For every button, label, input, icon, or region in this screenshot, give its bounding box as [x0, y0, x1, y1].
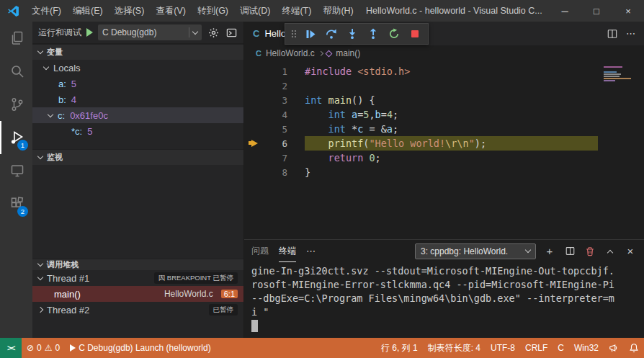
chevron-right-icon	[37, 307, 43, 313]
breadcrumb-file[interactable]: HelloWorld.c	[266, 48, 315, 58]
gutter-glyph-margin[interactable]	[244, 107, 263, 122]
code-lines: 1#include <stdio.h>23int main() {4 int a…	[244, 64, 644, 179]
watch-section: 监视	[32, 149, 243, 259]
menu-item[interactable]: 文件(F)	[26, 0, 67, 22]
gutter-glyph-margin[interactable]	[244, 136, 263, 151]
stop-button[interactable]	[406, 24, 424, 43]
terminal-select[interactable]: 3: cppdbg: HelloWorld.	[415, 243, 536, 259]
restart-button[interactable]	[385, 24, 403, 43]
menu-item[interactable]: 编辑(E)	[67, 0, 109, 22]
activity-bar-source-control-icon[interactable]	[0, 88, 32, 121]
language-mode[interactable]: C	[553, 338, 569, 358]
split-terminal-icon[interactable]	[563, 245, 576, 258]
thread-label: Thread #2	[47, 305, 89, 316]
code-line[interactable]: 2	[244, 79, 644, 93]
close-panel-icon[interactable]: ×	[624, 245, 637, 258]
activity-bar-search-icon[interactable]	[0, 55, 32, 88]
breadcrumb[interactable]: C HelloWorld.c main()	[244, 45, 644, 61]
continue-button[interactable]	[301, 24, 320, 43]
eol-sequence[interactable]: CRLF	[520, 338, 553, 358]
more-actions-icon[interactable]: ⋯	[626, 28, 635, 39]
breadcrumb-symbol[interactable]: main()	[336, 48, 360, 58]
panel-more-icon[interactable]: ⋯	[306, 246, 316, 256]
variable-row[interactable]: *c:5	[32, 123, 243, 139]
gutter-glyph-margin[interactable]	[244, 122, 263, 136]
close-button[interactable]: ×	[612, 0, 644, 22]
maximize-button[interactable]: □	[581, 0, 612, 22]
activity-bar-run-and-debug-icon[interactable]: 1	[0, 121, 32, 154]
debug-launch-status[interactable]: C Debug(gdb) Launch (helloworld)	[65, 338, 215, 358]
debug-config-select[interactable]: C Debug(gdb)	[98, 24, 202, 40]
kill-terminal-trash-icon[interactable]	[583, 245, 596, 258]
activity-bar: 12	[0, 22, 32, 338]
step-into-button[interactable]	[343, 24, 362, 43]
menu-item[interactable]: 帮助(H)	[317, 0, 359, 22]
activity-bar-explorer-icon[interactable]	[0, 22, 32, 55]
notifications-bell-icon[interactable]	[624, 338, 644, 358]
minimize-button[interactable]: ─	[549, 0, 581, 22]
menu-item[interactable]: 选择(S)	[109, 0, 151, 22]
callstack-thread-row[interactable]: Thread #2已暂停	[32, 302, 243, 318]
callstack-thread-row[interactable]: Thread #1因 BREAKPOINT 已暂停	[32, 270, 243, 286]
variable-row[interactable]: b:4	[32, 91, 243, 107]
start-debugging-icon[interactable]	[86, 28, 93, 37]
debug-launch-label: C Debug(gdb) Launch (helloworld)	[79, 343, 210, 353]
gutter-glyph-margin[interactable]	[244, 93, 263, 107]
menu-item[interactable]: 转到(G)	[192, 0, 234, 22]
menu-item[interactable]: 调试(D)	[234, 0, 276, 22]
variable-row[interactable]: c:0x61fe0c	[32, 107, 243, 123]
chevron-down-icon	[525, 247, 531, 253]
callstack-title: 调用堆栈	[47, 259, 79, 270]
callstack-section-header[interactable]: 调用堆栈	[32, 259, 243, 270]
chevron-down-icon	[192, 28, 198, 34]
problems-status[interactable]: ⊘ 0 ⚠ 0	[22, 338, 65, 358]
step-over-button[interactable]	[322, 24, 341, 43]
variables-section-header[interactable]: 变量	[32, 44, 243, 60]
maximize-panel-icon[interactable]	[604, 245, 617, 258]
remote-indicator[interactable]: ><	[0, 338, 22, 358]
editor-actions: ⋯	[607, 22, 644, 45]
code-line[interactable]: 5 int *c = &a;	[244, 122, 644, 136]
code-editor[interactable]: 1#include <stdio.h>23int main() {4 int a…	[244, 61, 644, 239]
step-out-button[interactable]	[364, 24, 383, 43]
indentation[interactable]: 制表符长度: 4	[423, 338, 486, 358]
platform[interactable]: Win32	[569, 338, 604, 358]
menu-item[interactable]: 查看(V)	[150, 0, 192, 22]
code-line[interactable]: 1#include <stdio.h>	[244, 64, 644, 79]
gutter-glyph-margin[interactable]	[244, 165, 263, 179]
variable-row[interactable]: a:5	[32, 76, 243, 91]
panel-tab[interactable]: 问题	[251, 240, 269, 262]
code-line[interactable]: 8}	[244, 165, 644, 179]
frame-line-badge: 6:1	[221, 290, 238, 298]
terminal-output[interactable]: gine-In-g3i20ctt.svz --stdout=Microsoft-…	[244, 262, 644, 338]
callstack-tree: Thread #1因 BREAKPOINT 已暂停main()HelloWorl…	[32, 270, 243, 318]
new-terminal-icon[interactable]: +	[543, 245, 556, 258]
split-editor-icon[interactable]	[607, 29, 617, 39]
frame-label: main()	[54, 289, 81, 300]
gear-icon[interactable]	[207, 26, 220, 39]
panel-tab[interactable]: 终端	[279, 240, 296, 262]
activity-bar-extensions-icon[interactable]: 2	[0, 187, 32, 220]
debug-console-icon[interactable]	[225, 26, 238, 39]
chevron-down-icon	[37, 261, 43, 267]
cursor-position[interactable]: 行 6, 列 1	[376, 338, 423, 358]
panel-tabs: 问题终端	[251, 240, 296, 262]
code-line[interactable]: 4 int a=5,b=4;	[244, 107, 644, 122]
code-line[interactable]: 6 printf("Hello world!\r\n");	[244, 136, 644, 151]
gutter-glyph-margin[interactable]	[244, 64, 263, 79]
minimap[interactable]	[601, 64, 643, 94]
toolbar-grip-handle[interactable]	[289, 24, 299, 43]
gutter-glyph-margin[interactable]	[244, 151, 263, 165]
variables-scope-row[interactable]: Locals	[32, 60, 243, 76]
gutter-glyph-margin[interactable]	[244, 79, 263, 93]
error-count: 0	[37, 343, 42, 353]
vscode-logo-icon	[0, 5, 26, 17]
stack-frame-row[interactable]: main()HelloWorld.c6:1	[32, 286, 243, 302]
feedback-icon[interactable]	[604, 338, 624, 358]
menu-item[interactable]: 终端(T)	[276, 0, 317, 22]
code-line[interactable]: 7 return 0;	[244, 151, 644, 165]
encoding[interactable]: UTF-8	[486, 338, 520, 358]
activity-bar-remote-explorer-icon[interactable]	[0, 154, 32, 187]
watch-section-header[interactable]: 监视	[32, 149, 243, 165]
code-line[interactable]: 3int main() {	[244, 93, 644, 107]
